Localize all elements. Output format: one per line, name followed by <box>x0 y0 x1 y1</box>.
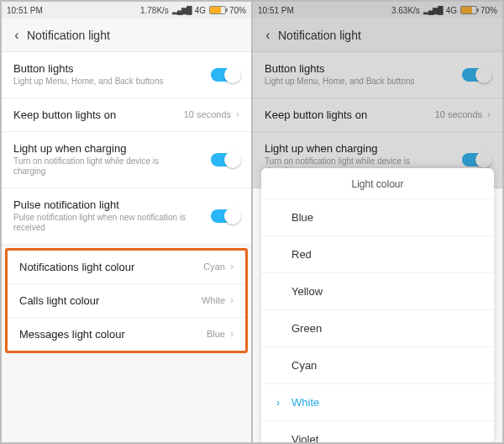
option-cyan[interactable]: Cyan <box>261 346 494 383</box>
signal-icon: ▂▄▆█ <box>423 6 443 14</box>
status-bar: 10:51 PM 3.63K/s ▂▄▆█ 4G 70% <box>253 2 502 18</box>
option-green[interactable]: Green <box>261 309 494 346</box>
status-bar: 10:51 PM 1.78K/s ▂▄▆█ 4G 70% <box>2 2 251 18</box>
row-title: Pulse notification light <box>13 198 190 211</box>
page-title: Notification light <box>27 29 110 42</box>
row-title: Notifications light colour <box>19 261 134 273</box>
row-button-lights[interactable]: Button lights Light up Menu, Home, and B… <box>253 52 502 98</box>
page-header: ‹ Notification light <box>2 18 251 52</box>
option-label: Green <box>291 322 322 335</box>
toggle-pulse[interactable] <box>211 209 239 223</box>
colour-picker-sheet: Light colour Blue Red Yellow Green Cyan … <box>261 168 494 442</box>
highlight-box: Notifications light colour Cyan › Calls … <box>5 248 248 353</box>
row-sub: Turn on notification light while device … <box>13 156 190 177</box>
back-icon[interactable]: ‹ <box>258 28 278 43</box>
chevron-right-icon: › <box>487 108 491 120</box>
row-title: Keep button lights on <box>265 108 367 121</box>
battery-icon <box>460 6 477 14</box>
option-label: Blue <box>291 211 313 224</box>
status-right: 3.63K/s ▂▄▆█ 4G 70% <box>391 6 497 15</box>
row-calls-colour[interactable]: Calls light colour White › <box>8 284 245 318</box>
network-label: 4G <box>195 6 206 15</box>
row-title: Button lights <box>265 62 414 75</box>
option-label: Cyan <box>291 359 317 372</box>
page-header: ‹ Notification light <box>253 18 502 52</box>
option-label: Red <box>291 248 312 261</box>
status-right: 1.78K/s ▂▄▆█ 4G 70% <box>140 6 246 15</box>
phone-right: 10:51 PM 3.63K/s ▂▄▆█ 4G 70% ‹ Notificat… <box>253 2 502 442</box>
row-value: Blue <box>207 329 225 339</box>
signal-icon: ▂▄▆█ <box>172 6 192 14</box>
row-title: Light up when charging <box>13 142 190 155</box>
status-time: 10:51 PM <box>258 6 294 15</box>
chevron-right-icon: › <box>230 328 234 340</box>
row-title: Keep button lights on <box>13 108 116 121</box>
battery-pct: 70% <box>480 6 497 15</box>
status-speed: 3.63K/s <box>391 6 420 15</box>
option-violet[interactable]: Violet <box>261 420 494 442</box>
row-light-charging[interactable]: Light up when charging Turn on notificat… <box>2 132 251 188</box>
row-sub: Light up Menu, Home, and Back buttons <box>13 77 163 87</box>
row-sub: Pulse notification light when new notifi… <box>13 213 190 234</box>
two-screenshot-frame: 10:51 PM 1.78K/s ▂▄▆█ 4G 70% ‹ Notificat… <box>0 0 504 444</box>
battery-pct: 70% <box>229 6 246 15</box>
settings-list: Button lights Light up Menu, Home, and B… <box>2 52 251 442</box>
battery-icon <box>209 6 226 14</box>
row-button-lights[interactable]: Button lights Light up Menu, Home, and B… <box>2 52 251 98</box>
chevron-right-icon: › <box>230 294 234 306</box>
phone-left: 10:51 PM 1.78K/s ▂▄▆█ 4G 70% ‹ Notificat… <box>2 2 251 442</box>
option-red[interactable]: Red <box>261 235 494 272</box>
toggle-charging[interactable] <box>211 153 239 166</box>
row-pulse-light[interactable]: Pulse notification light Pulse notificat… <box>2 188 251 245</box>
row-title: Light up when charging <box>265 142 441 155</box>
row-value: 10 seconds <box>184 109 231 119</box>
row-keep-lights-on[interactable]: Keep button lights on 10 seconds › <box>253 98 502 132</box>
option-label: Yellow <box>291 285 323 298</box>
option-label: White <box>291 396 319 409</box>
row-title: Messages light colour <box>19 328 125 341</box>
row-value: White <box>202 295 225 305</box>
row-value: Cyan <box>203 262 225 272</box>
row-title: Button lights <box>13 62 163 75</box>
toggle-charging[interactable] <box>462 153 491 166</box>
chevron-right-icon: › <box>230 261 234 272</box>
sheet-title: Light colour <box>261 168 494 198</box>
row-messages-colour[interactable]: Messages light colour Blue › <box>8 318 245 351</box>
row-keep-lights-on[interactable]: Keep button lights on 10 seconds › <box>2 98 251 132</box>
chevron-right-icon: › <box>236 108 239 120</box>
option-blue[interactable]: Blue <box>261 198 494 235</box>
toggle-button-lights[interactable] <box>211 68 239 82</box>
status-time: 10:51 PM <box>7 6 43 15</box>
page-title: Notification light <box>278 29 361 42</box>
status-speed: 1.78K/s <box>140 6 169 15</box>
option-label: Violet <box>291 433 318 442</box>
network-label: 4G <box>446 6 457 15</box>
row-sub: Light up Menu, Home, and Back buttons <box>265 77 414 87</box>
option-yellow[interactable]: Yellow <box>261 272 494 309</box>
row-value: 10 seconds <box>435 109 482 119</box>
option-white[interactable]: ›White <box>261 383 494 420</box>
toggle-button-lights[interactable] <box>462 68 491 82</box>
row-title: Calls light colour <box>19 294 99 307</box>
check-icon: › <box>276 397 285 409</box>
row-notifications-colour[interactable]: Notifications light colour Cyan › <box>8 251 245 284</box>
back-icon[interactable]: ‹ <box>7 28 27 43</box>
